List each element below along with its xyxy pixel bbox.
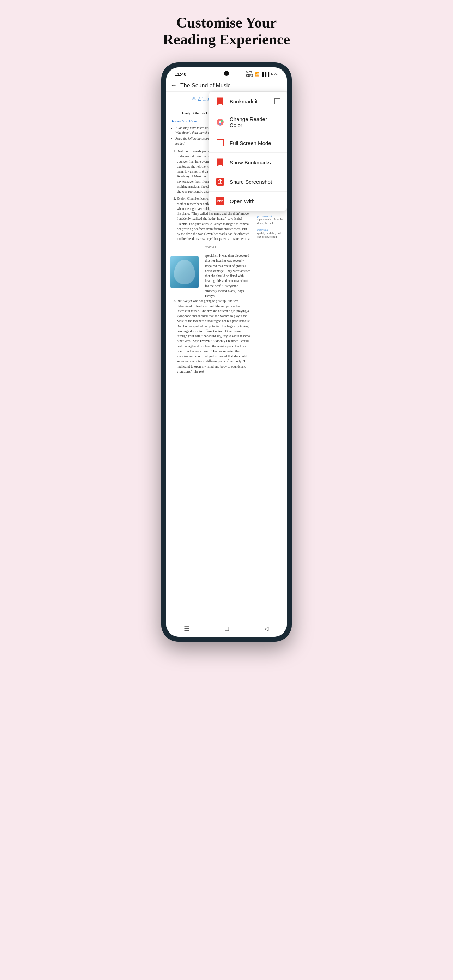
show-bookmarks-icon — [216, 158, 225, 167]
show-bookmarks-label: Show Bookmarks — [230, 159, 271, 165]
status-right: 0.07KB/S 📶 ▐▐▐ 46% — [246, 71, 278, 78]
wifi-icon: 📶 — [255, 72, 260, 76]
dropdown-item-color[interactable]: Change Reader Color — [209, 111, 287, 134]
year-label: 2022-23 — [170, 245, 251, 250]
phone-device: 11:40 0.07KB/S 📶 ▐▐▐ 46% ← The Sound of … — [161, 62, 292, 642]
dropdown-item-bookmark[interactable]: Bookmark it — [209, 92, 287, 111]
nav-home-icon[interactable]: □ — [225, 625, 229, 633]
dropdown-item-share[interactable]: Share Screenshot — [209, 172, 287, 192]
svg-point-4 — [219, 121, 221, 123]
glossary-percussionist: percussionist: a person who plays the dr… — [257, 215, 285, 226]
continued-list: But Evelyn was not going to give up. She… — [170, 298, 251, 374]
book-image — [170, 256, 199, 288]
dropdown-item-fullscreen[interactable]: Full Screen Mode — [209, 134, 287, 153]
svg-rect-5 — [217, 140, 223, 146]
fullscreen-icon — [216, 138, 225, 148]
camera-notch — [224, 71, 229, 76]
phone-screen: 11:40 0.07KB/S 📶 ▐▐▐ 46% ← The Sound of … — [166, 67, 287, 637]
status-bar: 11:40 0.07KB/S 📶 ▐▐▐ 46% — [166, 67, 287, 80]
dropdown-item-show-bookmarks[interactable]: Show Bookmarks — [209, 153, 287, 172]
image-section: specialist. It was then discovered that … — [170, 253, 251, 298]
share-screenshot-label: Share Screenshot — [230, 179, 272, 185]
open-with-label: Open With — [230, 198, 255, 204]
back-button[interactable]: ← — [170, 82, 177, 89]
nav-bottom: ☰ □ ◁ — [166, 621, 287, 637]
content-area: ❄ 2. The Sound of Part I Evelyn Glennie … — [166, 92, 287, 621]
dropdown-menu: Bookmark it Change Reader Col — [209, 92, 287, 211]
dropdown-item-open-with[interactable]: PDF Open With — [209, 192, 287, 211]
bookmark-checkbox[interactable] — [274, 98, 280, 104]
bookmark-label: Bookmark it — [230, 99, 257, 104]
paragraph-4: But Evelyn was not going to give up. She… — [177, 298, 251, 374]
nav-menu-icon[interactable]: ☰ — [184, 625, 189, 633]
page-title: Customise YourReading Experience — [163, 14, 290, 48]
nav-back-icon[interactable]: ◁ — [264, 625, 269, 633]
signal-icon: ▐▐▐ — [261, 72, 269, 76]
battery-level: 46% — [270, 72, 278, 76]
fullscreen-label: Full Screen Mode — [230, 140, 271, 146]
data-speed: 0.07KB/S — [246, 71, 253, 78]
bookmark-icon — [216, 97, 225, 106]
paragraph-3-text: specialist. It was then discovered that … — [205, 253, 251, 298]
svg-rect-7 — [218, 183, 222, 185]
book-title-bar: The Sound of Music — [180, 83, 230, 89]
glossary-potential: potential: quality or ability that can b… — [257, 228, 285, 239]
share-screenshot-icon — [216, 177, 225, 186]
top-bar: ← The Sound of Music — [166, 80, 287, 92]
palette-icon — [216, 118, 225, 127]
status-time: 11:40 — [175, 72, 186, 77]
pdf-icon: PDF — [216, 196, 225, 206]
change-color-label: Change Reader Color — [230, 116, 280, 128]
